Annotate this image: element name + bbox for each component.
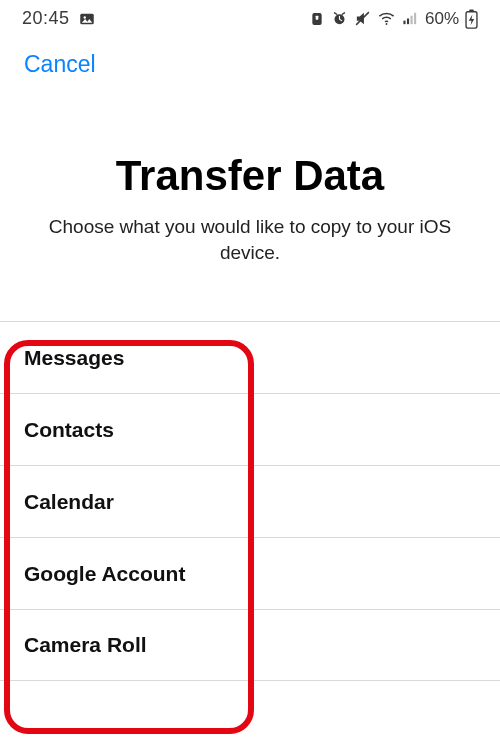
- screen: 20:45 60%: [0, 0, 500, 741]
- svg-rect-9: [410, 16, 412, 25]
- list-item-label: Messages: [24, 346, 124, 370]
- cancel-button[interactable]: Cancel: [24, 51, 96, 78]
- status-right: 60%: [309, 9, 478, 29]
- svg-point-6: [386, 23, 388, 25]
- svg-rect-3: [316, 15, 319, 19]
- nav-bar: Cancel: [0, 33, 500, 78]
- alarm-icon: [331, 10, 348, 27]
- notification-icon: [309, 11, 325, 27]
- image-icon: [78, 10, 96, 28]
- data-type-list: Messages Contacts Calendar Google Accoun…: [0, 321, 500, 681]
- list-item-calendar[interactable]: Calendar: [0, 465, 500, 537]
- list-item-contacts[interactable]: Contacts: [0, 393, 500, 465]
- svg-rect-7: [403, 21, 405, 25]
- hero: Transfer Data Choose what you would like…: [0, 78, 500, 265]
- status-left: 20:45: [22, 8, 96, 29]
- svg-point-1: [83, 16, 85, 18]
- list-item-label: Camera Roll: [24, 633, 147, 657]
- list-item-label: Contacts: [24, 418, 114, 442]
- page-title: Transfer Data: [30, 152, 470, 200]
- signal-icon: [402, 10, 419, 27]
- page-subtitle: Choose what you would like to copy to yo…: [30, 214, 470, 265]
- list-item-label: Calendar: [24, 490, 114, 514]
- wifi-icon: [377, 9, 396, 28]
- list-item-label: Google Account: [24, 562, 185, 586]
- svg-rect-12: [469, 9, 474, 11]
- battery-text: 60%: [425, 9, 459, 29]
- svg-rect-8: [407, 19, 409, 25]
- list-item-google-account[interactable]: Google Account: [0, 537, 500, 609]
- mute-icon: [354, 10, 371, 27]
- battery-charging-icon: [465, 9, 478, 29]
- svg-rect-10: [414, 13, 416, 24]
- list-item-messages[interactable]: Messages: [0, 321, 500, 393]
- status-time: 20:45: [22, 8, 70, 29]
- status-bar: 20:45 60%: [0, 0, 500, 33]
- list-item-camera-roll[interactable]: Camera Roll: [0, 609, 500, 681]
